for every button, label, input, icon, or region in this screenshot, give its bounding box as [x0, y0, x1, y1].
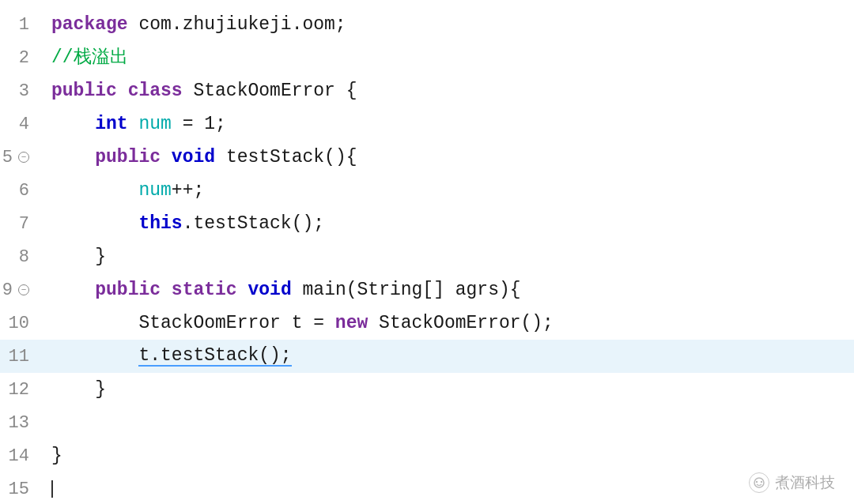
watermark: 煮酒科技 [749, 472, 835, 493]
code-line: 9− public static void main(String[] agrs… [0, 273, 854, 307]
svg-point-2 [761, 481, 762, 483]
code-line: 10 StackOomError t = new StackOomError()… [0, 307, 854, 340]
code-content: num++; [43, 182, 204, 200]
code-content: public static void main(String[] agrs){ [43, 281, 521, 299]
code-content: } [43, 248, 106, 266]
code-content: public class StackOomError { [43, 82, 357, 100]
code-content: //栈溢出 [43, 49, 128, 67]
line-number: 15 [0, 480, 43, 499]
line-number: 12 [0, 380, 43, 400]
watermark-text: 煮酒科技 [775, 472, 835, 493]
code-content: this.testStack(); [43, 215, 324, 233]
code-content: public void testStack(){ [43, 149, 357, 167]
code-area: 1package com.zhujiukeji.oom;2//栈溢出3publi… [0, 0, 854, 504]
line-number: 1 [0, 15, 43, 35]
code-content [43, 480, 53, 498]
line-number: 8 [0, 247, 43, 267]
code-editor: 1package com.zhujiukeji.oom;2//栈溢出3publi… [0, 0, 854, 504]
line-number: 5− [0, 148, 43, 167]
svg-point-1 [756, 481, 758, 483]
code-content: } [43, 381, 106, 399]
code-line: 15 [0, 472, 854, 504]
code-line: 1package com.zhujiukeji.oom; [0, 8, 854, 41]
code-line: 2//栈溢出 [0, 41, 854, 74]
line-number: 3 [0, 81, 43, 101]
code-line: 11 t.testStack(); [0, 340, 854, 373]
code-line: 14} [0, 439, 854, 472]
line-number: 13 [0, 413, 43, 433]
code-content: StackOomError t = new StackOomError(); [43, 314, 554, 333]
code-line: 7 this.testStack(); [0, 207, 854, 240]
fold-icon[interactable]: − [18, 152, 29, 163]
code-line: 13 [0, 406, 854, 439]
line-number: 10 [0, 314, 43, 333]
code-line: 12 } [0, 373, 854, 406]
code-line: 3public class StackOomError { [0, 74, 854, 107]
svg-point-0 [754, 478, 764, 487]
line-number: 2 [0, 48, 43, 68]
fold-icon[interactable]: − [18, 284, 29, 295]
code-content: } [43, 447, 62, 465]
text-cursor [51, 480, 53, 498]
code-content: package com.zhujiukeji.oom; [43, 16, 346, 34]
line-number: 4 [0, 115, 43, 134]
line-number: 14 [0, 446, 43, 466]
watermark-icon [749, 472, 769, 493]
code-line: 6 num++; [0, 174, 854, 207]
code-line: 4 int num = 1; [0, 107, 854, 141]
line-number: 9− [0, 280, 43, 300]
code-line: 8 } [0, 240, 854, 273]
line-number: 7 [0, 214, 43, 234]
code-content: t.testStack(); [43, 347, 292, 367]
line-number: 11 [0, 347, 43, 367]
code-line: 5− public void testStack(){ [0, 141, 854, 174]
code-content: int num = 1; [43, 115, 226, 134]
line-number: 6 [0, 181, 43, 201]
